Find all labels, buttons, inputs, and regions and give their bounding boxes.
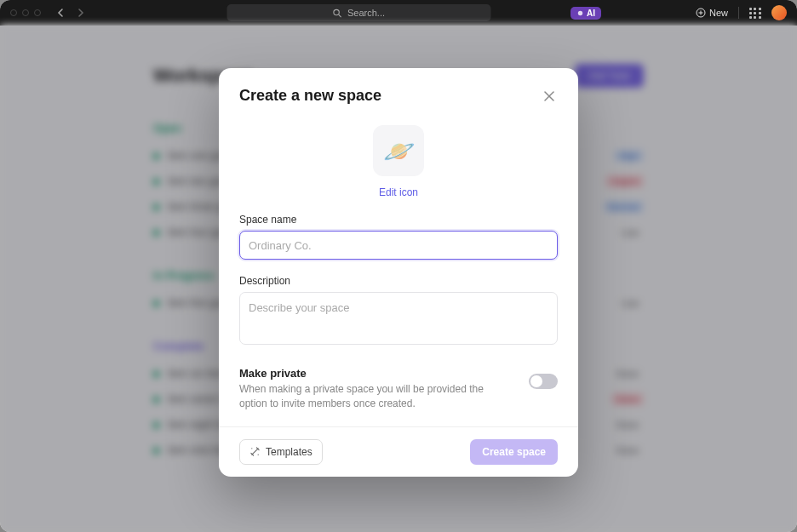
close-window-dot[interactable] bbox=[10, 9, 17, 16]
close-modal-button[interactable] bbox=[541, 88, 558, 105]
edit-icon-link[interactable]: Edit icon bbox=[239, 186, 558, 198]
create-space-button[interactable]: Create space bbox=[470, 439, 558, 465]
close-icon bbox=[543, 90, 555, 102]
svg-line-1 bbox=[339, 14, 341, 17]
nav-back-button[interactable] bbox=[54, 7, 66, 19]
new-button[interactable]: New bbox=[696, 8, 728, 18]
space-icon-preview[interactable]: 🪐 bbox=[373, 125, 424, 176]
maximize-window-dot[interactable] bbox=[34, 9, 41, 16]
svg-point-0 bbox=[334, 9, 339, 14]
make-private-description: When making a private space you will be … bbox=[239, 382, 512, 411]
nav-forward-button[interactable] bbox=[75, 7, 87, 19]
apps-grid-icon[interactable] bbox=[749, 8, 761, 19]
make-private-toggle[interactable] bbox=[529, 374, 558, 389]
window-controls bbox=[10, 9, 41, 16]
svg-point-9 bbox=[258, 455, 259, 455]
plus-circle-icon bbox=[696, 8, 706, 18]
templates-button[interactable]: Templates bbox=[239, 439, 323, 465]
make-private-title: Make private bbox=[239, 367, 512, 380]
divider bbox=[738, 7, 739, 19]
user-avatar[interactable] bbox=[771, 5, 787, 20]
svg-point-8 bbox=[251, 448, 252, 449]
modal-title: Create a new space bbox=[239, 87, 381, 105]
search-icon bbox=[333, 9, 342, 18]
ai-sparkle-icon bbox=[576, 9, 584, 17]
description-input[interactable] bbox=[239, 292, 558, 345]
svg-point-2 bbox=[578, 10, 582, 14]
description-label: Description bbox=[239, 275, 558, 287]
wand-icon bbox=[249, 446, 261, 457]
ai-button[interactable]: AI bbox=[571, 7, 601, 20]
planet-icon: 🪐 bbox=[383, 136, 415, 166]
minimize-window-dot[interactable] bbox=[22, 9, 29, 16]
create-space-modal: Create a new space 🪐 Edit icon Space nam… bbox=[219, 68, 578, 477]
space-name-input[interactable] bbox=[239, 231, 558, 260]
modal-overlay[interactable]: Create a new space 🪐 Edit icon Space nam… bbox=[0, 26, 797, 532]
search-input[interactable]: Search... bbox=[227, 4, 491, 21]
space-name-label: Space name bbox=[239, 214, 558, 226]
search-placeholder: Search... bbox=[347, 8, 385, 18]
top-bar: Search... AI New bbox=[0, 0, 797, 26]
